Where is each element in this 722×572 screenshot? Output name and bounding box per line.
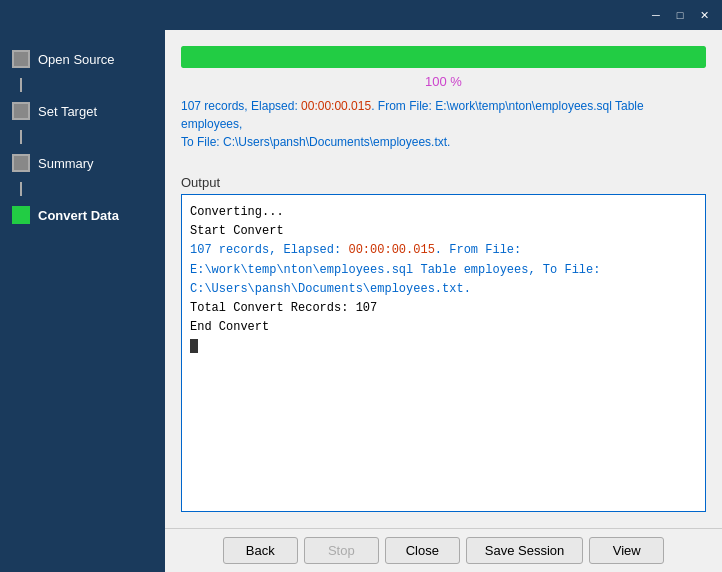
step-icon-set-target <box>12 102 30 120</box>
progress-bar-container <box>181 46 706 68</box>
minimize-button[interactable]: ─ <box>646 5 666 25</box>
sidebar-label-open-source: Open Source <box>38 52 115 67</box>
main-panel: 100 % 107 records, Elapsed: 00:00:00.015… <box>165 30 722 572</box>
output-line-1: Converting... <box>190 203 697 222</box>
close-button[interactable]: ✕ <box>694 5 714 25</box>
sidebar-item-open-source[interactable]: Open Source <box>0 40 165 78</box>
output-line-2: Start Convert <box>190 222 697 241</box>
title-bar: ─ □ ✕ <box>0 0 722 30</box>
sidebar: Open Source Set Target Summary Convert D… <box>0 30 165 572</box>
content-area: 100 % 107 records, Elapsed: 00:00:00.015… <box>165 30 722 528</box>
sidebar-label-convert-data: Convert Data <box>38 208 119 223</box>
output-line-3: 107 records, Elapsed: 00:00:00.015. From… <box>190 241 697 299</box>
step-connector-2 <box>20 130 22 144</box>
step-connector-1 <box>20 78 22 92</box>
step-icon-open-source <box>12 50 30 68</box>
step-icon-convert-data <box>12 206 30 224</box>
output-label: Output <box>181 175 706 190</box>
progress-section: 100 % 107 records, Elapsed: 00:00:00.015… <box>181 46 706 163</box>
maximize-button[interactable]: □ <box>670 5 690 25</box>
save-session-button[interactable]: Save Session <box>466 537 584 564</box>
sidebar-item-summary[interactable]: Summary <box>0 144 165 182</box>
sidebar-item-set-target[interactable]: Set Target <box>0 92 165 130</box>
output-cursor-line <box>190 337 697 356</box>
status-text: 107 records, Elapsed: 00:00:00.015. From… <box>181 97 706 151</box>
output-line-4: Total Convert Records: 107 <box>190 299 697 318</box>
status-line-1: 107 records, Elapsed: 00:00:00.015. From… <box>181 99 644 131</box>
sidebar-label-set-target: Set Target <box>38 104 97 119</box>
output-box[interactable]: Converting... Start Convert 107 records,… <box>181 194 706 512</box>
bottom-buttons: Back Stop Close Save Session View <box>165 528 722 572</box>
progress-percent: 100 % <box>181 74 706 89</box>
step-icon-summary <box>12 154 30 172</box>
output-line-5: End Convert <box>190 318 697 337</box>
output-section: Output Converting... Start Convert 107 r… <box>181 175 706 512</box>
back-button[interactable]: Back <box>223 537 298 564</box>
close-button-main[interactable]: Close <box>385 537 460 564</box>
sidebar-label-summary: Summary <box>38 156 94 171</box>
sidebar-item-convert-data[interactable]: Convert Data <box>0 196 165 234</box>
stop-button[interactable]: Stop <box>304 537 379 564</box>
step-connector-3 <box>20 182 22 196</box>
status-line-2: To File: C:\Users\pansh\Documents\employ… <box>181 135 450 149</box>
view-button[interactable]: View <box>589 537 664 564</box>
progress-bar-fill <box>181 46 706 68</box>
